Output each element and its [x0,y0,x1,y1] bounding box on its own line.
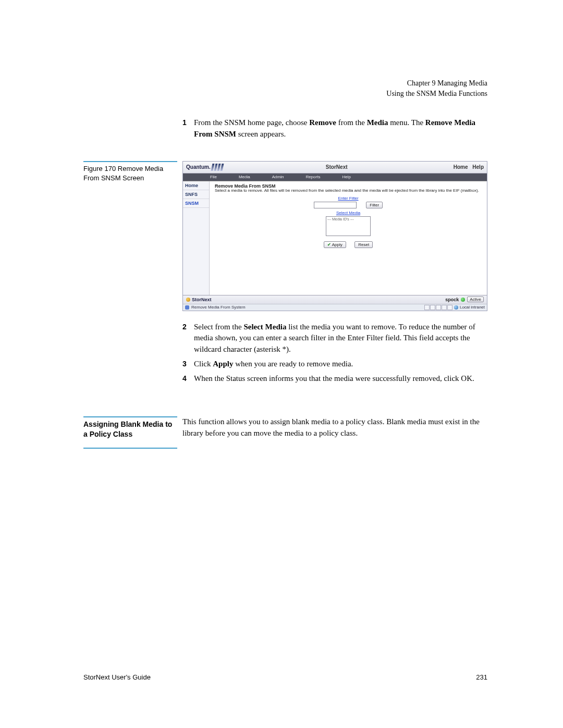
sidebar-snsm[interactable]: SNSM [183,199,209,208]
step-text: Select from the Select Media list the me… [194,322,487,355]
globe-icon [454,305,458,310]
step-number: 3 [182,359,194,370]
step-text: When the Status screen informs you that … [194,373,487,385]
step-text: From the SNSM home page, choose Remove f… [194,117,487,140]
embedded-screenshot: Quantum. StorNext Home Help File Media A… [182,161,487,311]
status-orb-icon [461,298,465,302]
step-number: 2 [182,322,194,355]
filter-button[interactable]: Filter [366,202,383,208]
brand-graphic [212,164,223,171]
app-footer: StorNext spock Active [183,295,487,304]
step-4: 4 When the Status screen informs you tha… [182,373,487,385]
footer-left: StorNext User's Guide [83,673,151,681]
footer-host: spock [445,297,459,302]
ie-zone-text: Local intranet [460,305,485,310]
ie-boxes-icon [424,305,452,310]
menu-bar: File Media Admin Reports Help [183,174,487,181]
step-2: 2 Select from the Select Media list the … [182,322,487,355]
orb-icon [186,298,190,302]
ie-status-text: Remove Media From System [191,305,246,310]
step-number: 1 [182,117,194,140]
footer-logo: StorNext [186,297,212,302]
footer-page-number: 231 [476,673,487,681]
section-heading: Assigning Blank Media to a Policy Class [83,416,177,449]
menu-help[interactable]: Help [342,175,350,179]
browser-statusbar: Remove Media From System Local intranet [183,304,487,311]
step-3: 3 Click Apply when you are ready to remo… [182,359,487,370]
panel-description: Select a media to remove. All files will… [215,189,482,193]
menu-admin[interactable]: Admin [272,175,284,179]
page-header: Chapter 9 Managing Media Using the SNSM … [83,78,487,98]
section-body: This function allows you to assign blank… [182,416,487,439]
figure-caption: Figure 170 Remove Media From SNSM Screen [83,161,177,183]
app-title: StorNext [223,164,450,170]
apply-button[interactable]: ✔Apply [324,241,346,248]
active-button[interactable]: Active [467,297,484,302]
sidebar-snfs[interactable]: SNFS [183,190,209,199]
app-titlebar: Quantum. StorNext Home Help [183,162,487,174]
menu-media[interactable]: Media [239,175,250,179]
reset-button[interactable]: Reset [354,241,373,248]
step-text: Click Apply when you are ready to remove… [194,359,487,370]
media-listbox[interactable]: --- Media ID's --- [326,216,371,236]
ie-page-icon [185,305,189,310]
page-footer: StorNext User's Guide 231 [83,673,487,681]
menu-reports[interactable]: Reports [305,175,320,179]
sidebar-home[interactable]: Home [183,181,209,190]
step-number: 4 [182,373,194,385]
section-line: Using the SNSM Media Functions [83,89,487,99]
top-links: Home Help [450,164,484,170]
filter-input[interactable] [314,202,357,208]
select-media-label: Select Media [309,211,387,215]
sidebar: Home SNFS SNSM [183,181,210,295]
main-panel: Remove Media From SNSM Select a media to… [210,181,487,295]
help-link[interactable]: Help [472,164,484,170]
check-icon: ✔ [327,242,331,247]
menu-file[interactable]: File [210,175,217,179]
enter-filter-label: Enter Filter [309,196,387,201]
document-page: Chapter 9 Managing Media Using the SNSM … [0,0,563,728]
step-1: 1 From the SNSM home page, choose Remove… [182,117,487,140]
brand-logo: Quantum. [186,164,211,170]
home-link[interactable]: Home [454,164,468,170]
chapter-line: Chapter 9 Managing Media [83,78,487,89]
